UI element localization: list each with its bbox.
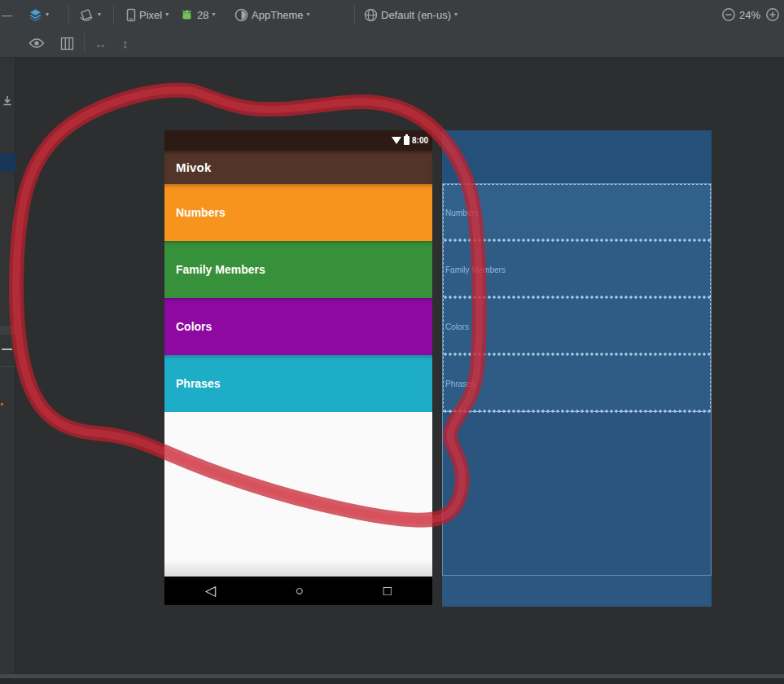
chevron-down-icon: ▾	[307, 11, 310, 18]
locale-label: Default (en-us)	[381, 9, 451, 21]
theme-selector[interactable]: AppTheme ▾	[234, 5, 310, 24]
list-item-label: Numbers	[176, 206, 226, 219]
download-icon	[1, 94, 14, 107]
chevron-down-icon: ▾	[46, 11, 49, 18]
blueprint-view[interactable]: Numbers Family Members Colors Phrases	[442, 130, 712, 607]
blueprint-nav-area	[442, 576, 712, 607]
list-item-family-members[interactable]: Family Members	[164, 241, 432, 298]
blueprint-wavy-divider	[443, 238, 711, 243]
stripe-separator	[0, 326, 15, 335]
layout-editor: — ▾ ▾	[0, 0, 784, 684]
nav-back-icon: ◁	[205, 584, 216, 598]
view-options-button[interactable]	[28, 33, 45, 53]
blueprint-wavy-divider	[443, 295, 711, 300]
api-level-selector[interactable]: 28 ▾	[180, 5, 215, 24]
zoom-in-icon	[765, 7, 780, 22]
list-item-phrases[interactable]: Phrases	[164, 355, 432, 412]
collapse-handle[interactable]: —	[2, 5, 12, 24]
design-toolbar: — ▾ ▾	[0, 0, 784, 29]
bottom-bar	[0, 678, 784, 684]
toolbar-divider	[68, 5, 69, 24]
list-item-label: Colors	[176, 320, 212, 333]
list-item-label: Family Members	[176, 263, 265, 276]
wifi-icon	[392, 137, 401, 144]
android-icon	[180, 10, 194, 20]
battery-icon	[404, 136, 410, 145]
toolbar-divider	[84, 33, 85, 53]
blueprint-item-family-members[interactable]: Family Members	[443, 241, 711, 298]
theme-label: AppTheme	[252, 9, 304, 21]
api-level-label: 28	[197, 9, 208, 21]
device-selector[interactable]: Pixel ▾	[126, 5, 169, 24]
match-width-button[interactable]: ↔	[94, 33, 107, 53]
view-options-toolbar: ↔ ↕	[0, 29, 784, 58]
match-height-button[interactable]: ↕	[122, 33, 129, 53]
eye-icon	[28, 37, 45, 49]
chevron-down-icon: ▾	[98, 11, 101, 18]
preview-status-bar: 8:00	[164, 130, 432, 151]
phone-icon	[126, 8, 136, 22]
collapse-dash-icon: —	[2, 9, 12, 21]
blueprint-item-numbers[interactable]: Numbers	[443, 184, 711, 241]
download-button[interactable]	[1, 94, 14, 111]
list-empty-area[interactable]	[164, 412, 432, 577]
status-time: 8:00	[412, 136, 428, 145]
nav-recents-icon: □	[383, 584, 392, 598]
vertical-arrow-icon: ↕	[122, 37, 129, 50]
list-item-colors[interactable]: Colors	[164, 298, 432, 355]
chevron-down-icon: ▾	[212, 11, 215, 18]
blueprint-list[interactable]: Numbers Family Members Colors Phrases	[442, 183, 712, 576]
blueprint-item-label: Colors	[443, 322, 469, 331]
toolbar-divider	[354, 5, 355, 24]
preview-nav-bar: ◁ ○ □	[164, 577, 432, 605]
design-surface-button[interactable]: ▾	[28, 5, 49, 24]
zoom-in-button[interactable]	[765, 5, 780, 24]
blueprint-item-label: Phrases	[443, 379, 475, 388]
layout-variants-button[interactable]	[60, 33, 74, 53]
orientation-icon	[78, 7, 94, 23]
orientation-button[interactable]: ▾	[78, 5, 101, 24]
device-label: Pixel	[139, 9, 162, 21]
blueprint-wavy-divider	[443, 409, 711, 414]
horizontal-arrow-icon: ↔	[94, 37, 107, 50]
blueprint-item-phrases[interactable]: Phrases	[443, 355, 711, 412]
blueprint-item-colors[interactable]: Colors	[443, 298, 711, 355]
list-item-label: Phrases	[176, 377, 220, 390]
nav-home-icon: ○	[296, 584, 304, 598]
app-title: Mivok	[176, 160, 212, 174]
blueprint-wavy-divider	[443, 352, 711, 357]
stripe-divider	[0, 366, 15, 367]
selected-tool-window-stripe[interactable]	[0, 153, 15, 172]
list-item-numbers[interactable]: Numbers	[164, 184, 432, 241]
globe-icon	[364, 8, 378, 22]
preview-app-bar[interactable]: Mivok	[164, 151, 432, 184]
blueprint-item-label: Family Members	[443, 265, 506, 274]
locale-selector[interactable]: Default (en-us) ▾	[364, 5, 458, 24]
columns-icon	[60, 37, 74, 50]
chevron-down-icon: ▾	[165, 11, 169, 18]
zoom-out-button[interactable]	[721, 5, 736, 24]
blueprint-item-label: Numbers	[443, 208, 479, 217]
design-view[interactable]: 8:00 Mivok Numbers Family Members Colors…	[164, 130, 432, 605]
zoom-level: 24%	[739, 5, 760, 24]
left-tool-stripe	[0, 58, 15, 674]
toolbar-divider	[113, 5, 114, 24]
stripe-dash[interactable]	[2, 349, 12, 350]
stripe-marker	[1, 403, 3, 406]
zoom-out-icon	[721, 7, 736, 22]
chevron-down-icon: ▾	[454, 11, 458, 18]
layers-icon	[28, 8, 42, 22]
theme-icon	[234, 8, 248, 22]
